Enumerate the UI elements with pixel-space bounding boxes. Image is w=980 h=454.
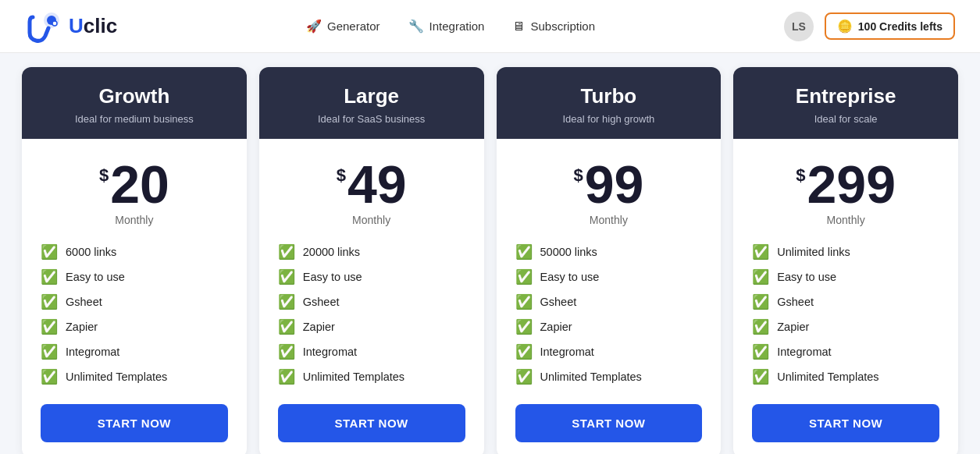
nav-generator[interactable]: 🚀 Generator <box>306 19 380 34</box>
plan-turbo: Turbo Ideal for high growth $ 99 Monthly… <box>497 67 722 454</box>
plan-entreprise-subtitle: Ideal for scale <box>749 113 943 125</box>
logo-text: Uclic <box>69 14 117 38</box>
plan-turbo-body: $ 99 Monthly ✅50000 links ✅Easy to use ✅… <box>497 139 722 454</box>
check-icon: ✅ <box>41 243 58 261</box>
feature-item: ✅20000 links <box>278 243 465 261</box>
plan-growth-subtitle: Ideal for medium business <box>37 113 231 125</box>
plan-turbo-features: ✅50000 links ✅Easy to use ✅Gsheet ✅Zapie… <box>515 243 703 385</box>
check-icon: ✅ <box>515 293 533 310</box>
feature-item: ✅Integromat <box>752 343 939 360</box>
plan-growth-name: Growth <box>37 84 231 108</box>
credits-badge: 🪙 100 Credits lefts <box>825 12 955 40</box>
check-icon: ✅ <box>41 293 58 310</box>
check-icon: ✅ <box>752 268 769 286</box>
feature-item: ✅Integromat <box>278 343 465 360</box>
start-entreprise-button[interactable]: START NOW <box>752 404 939 442</box>
check-icon: ✅ <box>515 343 533 360</box>
credits-icon: 🪙 <box>837 19 853 34</box>
avatar[interactable]: LS <box>784 12 814 41</box>
plan-entreprise-header: Entreprise Ideal for scale <box>733 67 958 139</box>
check-icon: ✅ <box>752 318 769 335</box>
plan-turbo-price: $ 99 Monthly <box>515 158 703 226</box>
feature-item: ✅Zapier <box>515 318 703 335</box>
check-icon: ✅ <box>515 368 533 385</box>
feature-item: ✅Easy to use <box>41 268 228 286</box>
plan-entreprise-features: ✅Unlimited links ✅Easy to use ✅Gsheet ✅Z… <box>752 243 939 385</box>
feature-item: ✅Easy to use <box>515 268 703 286</box>
check-icon: ✅ <box>41 268 58 286</box>
plan-turbo-subtitle: Ideal for high growth <box>512 113 706 125</box>
plan-growth-body: $ 20 Monthly ✅6000 links ✅Easy to use ✅G… <box>22 139 247 454</box>
feature-item: ✅Integromat <box>41 343 228 360</box>
nav-integration[interactable]: 🔧 Integration <box>408 19 485 34</box>
subscription-icon: 🖥 <box>512 20 525 34</box>
start-turbo-button[interactable]: START NOW <box>515 404 703 442</box>
pricing-grid: Growth Ideal for medium business $ 20 Mo… <box>22 67 958 454</box>
pricing-section: Growth Ideal for medium business $ 20 Mo… <box>0 53 980 454</box>
plan-entreprise-body: $ 299 Monthly ✅Unlimited links ✅Easy to … <box>733 139 958 454</box>
plan-growth-price: $ 20 Monthly <box>41 158 228 226</box>
feature-item: ✅Unlimited Templates <box>752 368 939 385</box>
feature-item: ✅Easy to use <box>752 268 939 286</box>
plan-large: Large Ideal for SaaS business $ 49 Month… <box>259 67 484 454</box>
integration-icon: 🔧 <box>408 19 424 34</box>
start-growth-button[interactable]: START NOW <box>41 404 228 442</box>
nav-subscription[interactable]: 🖥 Subscription <box>512 20 595 34</box>
plan-entreprise-name: Entreprise <box>749 84 943 108</box>
check-icon: ✅ <box>41 343 58 360</box>
plan-growth-period: Monthly <box>41 214 228 226</box>
check-icon: ✅ <box>278 293 295 310</box>
credits-label: 100 Credits lefts <box>858 20 943 33</box>
plan-turbo-dollar: $ <box>573 165 583 186</box>
plan-entreprise-period: Monthly <box>752 214 939 226</box>
header-right: LS 🪙 100 Credits lefts <box>784 12 955 41</box>
plan-large-body: $ 49 Monthly ✅20000 links ✅Easy to use ✅… <box>259 139 484 454</box>
plan-large-header: Large Ideal for SaaS business <box>259 67 484 139</box>
feature-item: ✅Zapier <box>278 318 465 335</box>
check-icon: ✅ <box>278 318 295 335</box>
feature-item: ✅Zapier <box>752 318 939 335</box>
plan-growth-dollar: $ <box>99 165 109 186</box>
plan-large-subtitle: Ideal for SaaS business <box>275 113 469 125</box>
check-icon: ✅ <box>41 368 58 385</box>
check-icon: ✅ <box>278 368 295 385</box>
feature-item: ✅Gsheet <box>515 293 703 310</box>
plan-turbo-amount: 99 <box>585 158 644 211</box>
feature-item: ✅Gsheet <box>41 293 228 310</box>
feature-item: ✅Easy to use <box>278 268 465 286</box>
check-icon: ✅ <box>278 243 295 261</box>
plan-large-features: ✅20000 links ✅Easy to use ✅Gsheet ✅Zapie… <box>278 243 465 385</box>
plan-large-price: $ 49 Monthly <box>278 158 465 226</box>
feature-item: ✅Unlimited Templates <box>41 368 228 385</box>
plan-entreprise-dollar: $ <box>796 165 805 186</box>
plan-growth: Growth Ideal for medium business $ 20 Mo… <box>22 67 247 454</box>
logo-icon <box>25 6 66 47</box>
plan-turbo-period: Monthly <box>515 214 703 226</box>
plan-large-name: Large <box>275 84 469 108</box>
plan-large-period: Monthly <box>278 214 465 226</box>
plan-growth-amount: 20 <box>110 158 169 211</box>
start-large-button[interactable]: START NOW <box>278 404 465 442</box>
logo: Uclic <box>25 6 117 47</box>
header: Uclic 🚀 Generator 🔧 Integration 🖥 Subscr… <box>0 0 980 53</box>
check-icon: ✅ <box>278 268 295 286</box>
feature-item: ✅Unlimited links <box>752 243 939 261</box>
feature-item: ✅6000 links <box>41 243 228 261</box>
feature-item: ✅Gsheet <box>278 293 465 310</box>
plan-turbo-header: Turbo Ideal for high growth <box>497 67 722 139</box>
feature-item: ✅Unlimited Templates <box>278 368 465 385</box>
generator-icon: 🚀 <box>306 19 322 34</box>
check-icon: ✅ <box>752 243 769 261</box>
check-icon: ✅ <box>515 318 533 335</box>
check-icon: ✅ <box>41 318 58 335</box>
check-icon: ✅ <box>752 293 769 310</box>
feature-item: ✅Unlimited Templates <box>515 368 703 385</box>
plan-turbo-name: Turbo <box>512 84 706 108</box>
feature-item: ✅Zapier <box>41 318 228 335</box>
plan-entreprise: Entreprise Ideal for scale $ 299 Monthly… <box>733 67 958 454</box>
feature-item: ✅Gsheet <box>752 293 939 310</box>
plan-large-amount: 49 <box>347 158 407 211</box>
check-icon: ✅ <box>515 268 533 286</box>
check-icon: ✅ <box>752 343 769 360</box>
check-icon: ✅ <box>278 343 295 360</box>
